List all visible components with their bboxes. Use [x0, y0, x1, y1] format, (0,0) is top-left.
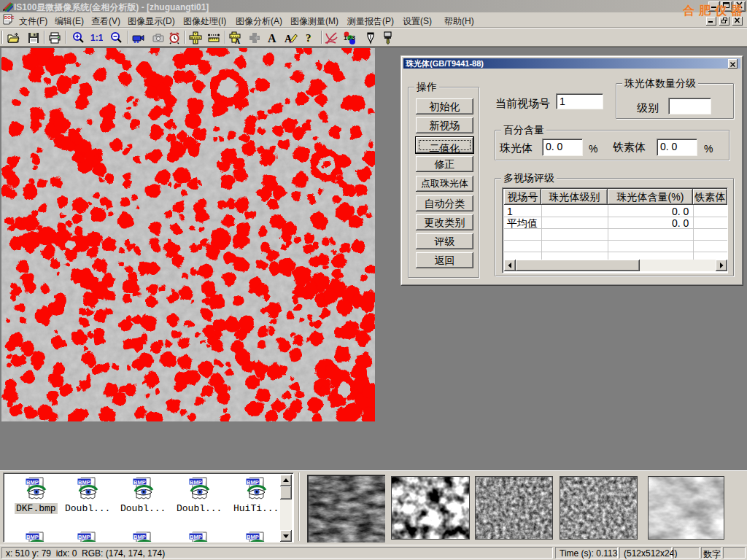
svg-text:A: A — [235, 37, 241, 44]
svg-text:BMP: BMP — [133, 479, 146, 486]
svg-text:DOC: DOC — [4, 15, 15, 20]
svg-text:A: A — [285, 34, 293, 44]
svg-text:BMP: BMP — [26, 479, 39, 486]
svg-text:BMP: BMP — [247, 479, 259, 486]
svg-text:BMP: BMP — [190, 534, 202, 540]
svg-text:1: 1 — [344, 34, 347, 42]
svg-text:BMP: BMP — [26, 534, 39, 540]
svg-text:?: ? — [306, 32, 311, 44]
svg-text:3: 3 — [352, 34, 355, 42]
svg-text:1:1: 1:1 — [90, 33, 103, 43]
svg-text:BMP: BMP — [190, 479, 202, 486]
svg-text:BMP: BMP — [247, 534, 259, 540]
svg-text:BMP: BMP — [78, 479, 90, 486]
svg-text:A: A — [268, 32, 276, 44]
svg-text:BMP: BMP — [133, 534, 146, 540]
svg-text:BMP: BMP — [78, 534, 90, 540]
